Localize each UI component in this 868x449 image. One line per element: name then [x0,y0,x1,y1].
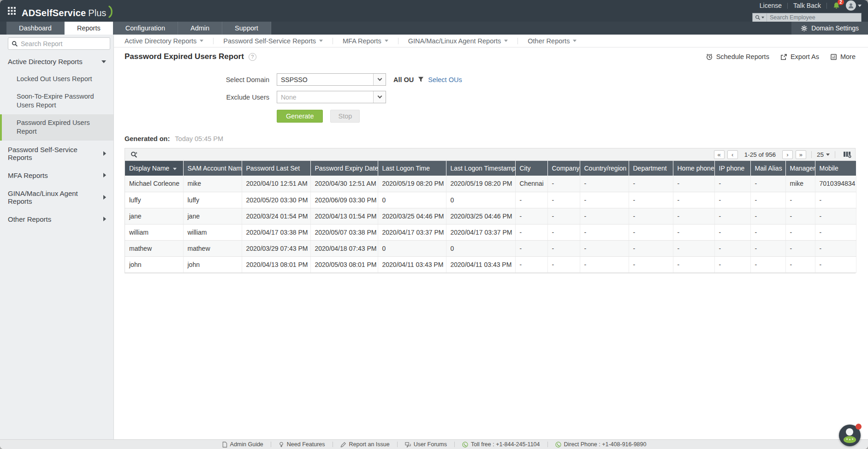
table-cell: - [815,192,856,208]
column-header-city[interactable]: City [515,161,547,176]
license-link[interactable]: License [760,2,782,9]
divider [271,442,271,447]
next-page-button[interactable]: › [782,150,793,159]
generate-button[interactable]: Generate [277,110,323,123]
select-ous-link[interactable]: Select OUs [428,76,462,83]
column-header-company[interactable]: Company [547,161,580,176]
table-cell: 2020/04/11 03:43 PM [378,256,446,272]
table-cell: jane [183,208,242,224]
sidebar-section-gina-mac-linux-agent-reports[interactable]: GINA/Mac/Linux Agent Reports [0,184,113,210]
toll-free-number[interactable]: Toll free : +1-844-245-1104 [462,441,540,448]
table-cell: Chennai [515,176,547,192]
exclude-users-dropdown[interactable]: None [277,91,386,103]
tab-reports[interactable]: Reports [65,22,113,35]
table-cell: - [750,240,785,256]
column-header-mobile[interactable]: Mobile [815,161,856,176]
reportsbar-mfa-reports[interactable]: MFA Reports [333,37,398,45]
table-cell: 2020/05/03 08:01 PM [310,256,378,272]
app-window: ADSelfService Plus License Talk Back 2 [0,0,868,449]
admin-guide-link[interactable]: Admin Guide [222,441,263,448]
chat-widget-button[interactable] [839,425,861,446]
column-header-country-region[interactable]: Country/region [580,161,629,176]
help-icon[interactable]: ? [249,53,256,61]
employee-search[interactable] [752,13,862,22]
prev-page-button[interactable]: ‹ [727,150,738,159]
employee-search-input[interactable] [767,14,861,21]
stop-button[interactable]: Stop [330,110,360,123]
chevron-right-icon [103,217,106,221]
report-table: Display NameSAM Account NamePassword Las… [125,161,856,273]
column-header-display-name[interactable]: Display Name [125,161,183,176]
chevron-down-icon[interactable] [373,74,386,85]
column-header-last-logon-time[interactable]: Last Logon Time [378,161,446,176]
tab-support[interactable]: Support [222,22,271,35]
reportsbar-gina-mac-linux-agent-reports[interactable]: GINA/Mac/Linux Agent Reports [398,37,518,45]
talk-back-link[interactable]: Talk Back [793,2,821,9]
pagination-range: 1-25 of 956 [744,151,776,158]
column-header-password-last-set[interactable]: Password Last Set [242,161,310,176]
table-cell: - [673,192,714,208]
table-cell: 2020/05/20 03:30 PM [242,192,310,208]
first-page-button[interactable]: « [714,150,725,159]
column-header-ip-phone[interactable]: IP phone [714,161,750,176]
table-cell: - [580,192,629,208]
column-header-department[interactable]: Department [629,161,673,176]
report-search[interactable] [8,37,110,50]
last-page-button[interactable]: » [796,150,806,159]
phone-icon [555,442,561,448]
select-domain-dropdown[interactable]: SSPSSO [277,73,386,86]
avatar-icon [846,0,856,11]
tab-admin[interactable]: Admin [178,22,222,35]
column-chooser-icon[interactable] [843,151,851,158]
search-icon [12,41,18,47]
reportsbar-password-self-service-reports[interactable]: Password Self-Service Reports [214,37,333,45]
need-features-link[interactable]: Need Features [279,441,325,448]
domain-settings-button[interactable]: Domain Settings [791,22,868,35]
apps-grid-icon[interactable] [7,6,16,15]
tab-dashboard[interactable]: Dashboard [6,22,65,35]
user-menu[interactable] [846,0,862,11]
user-forums-link[interactable]: User Forums [405,441,447,448]
reportsbar-other-reports[interactable]: Other Reports [518,37,586,45]
more-button[interactable]: More [830,53,856,60]
all-ou-label: All OU [393,76,414,83]
page-size-dropdown[interactable]: 25 [817,151,830,158]
tab-configuration[interactable]: Configuration [113,22,178,35]
sidebar-section-mfa-reports[interactable]: MFA Reports [0,166,113,184]
chevron-down-icon[interactable] [373,91,386,103]
column-header-mail-alias[interactable]: Mail Alias [750,161,785,176]
filter-icon[interactable] [418,77,424,83]
sidebar-section-other-reports[interactable]: Other Reports [0,210,113,228]
schedule-reports-button[interactable]: Schedule Reports [706,53,769,60]
column-header-home-phone[interactable]: Home phone [673,161,714,176]
export-as-button[interactable]: Export As [780,53,819,60]
notification-badge: 2 [838,0,844,5]
direct-phone-number[interactable]: Direct Phone : +1-408-916-9890 [555,441,647,448]
sidebar-section-label: GINA/Mac/Linux Agent Reports [8,189,103,205]
report-an-issue-link[interactable]: Report an Issue [340,441,390,448]
table-cell: - [785,224,815,240]
report-search-input[interactable] [20,40,110,48]
table-row: johnjohn2020/04/13 08:01 PM2020/05/03 08… [125,256,856,272]
reportsbar-active-directory-reports[interactable]: Active Directory Reports [125,37,213,45]
notification-bell-icon[interactable]: 2 [832,2,840,10]
column-header-password-expiry-date[interactable]: Password Expiry Date [310,161,378,176]
table-cell: - [714,256,750,272]
column-header-sam-account-name[interactable]: SAM Account Name [183,161,242,176]
document-icon [222,442,227,448]
table-cell: 2020/04/10 12:51 AM [242,176,310,192]
exclude-users-label: Exclude Users [114,94,277,101]
column-header-last-logon-timestamp[interactable]: Last Logon Timestamp [446,161,515,176]
table-cell: - [785,240,815,256]
divider [787,3,788,9]
sidebar-item-locked-out-users-report[interactable]: Locked Out Users Report [0,71,113,88]
search-icon[interactable] [753,13,767,22]
sidebar-section-password-self-service-reports[interactable]: Password Self-Service Reports [0,141,113,166]
sidebar-section-active-directory-reports[interactable]: Active Directory Reports [0,53,113,71]
sidebar-item-soon-to-expire-password-users-report[interactable]: Soon-To-Expire Password Users Report [0,88,113,114]
table-cell: 2020/04/13 08:01 PM [242,256,310,272]
sidebar-item-password-expired-users-report[interactable]: Password Expired Users Report [0,114,113,141]
column-header-manager[interactable]: Manager [785,161,815,176]
chevron-down-icon [826,154,830,156]
table-search-icon[interactable] [131,151,137,158]
